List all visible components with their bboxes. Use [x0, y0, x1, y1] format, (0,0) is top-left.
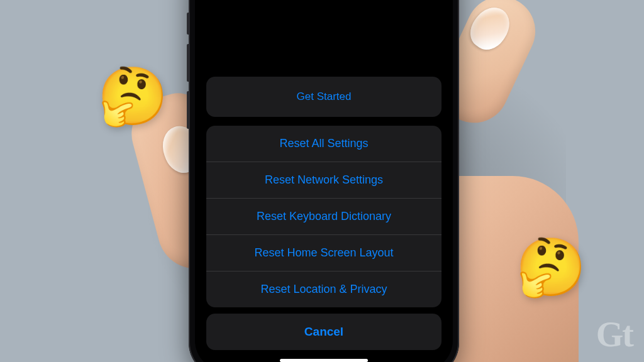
phone-frame: Get Started Reset All Settings Reset Net… [189, 0, 459, 362]
phone-volume-up [187, 44, 189, 82]
top-card: Get Started [206, 77, 441, 117]
reset-action-sheet: Reset All Settings Reset Network Setting… [206, 126, 441, 307]
reset-all-settings-button[interactable]: Reset All Settings [206, 126, 441, 162]
thinking-emoji-right: 🤔 [516, 239, 586, 295]
get-started-button[interactable]: Get Started [206, 90, 441, 103]
reset-network-settings-button[interactable]: Reset Network Settings [206, 162, 441, 199]
reset-home-screen-layout-button[interactable]: Reset Home Screen Layout [206, 235, 441, 272]
home-indicator[interactable] [280, 359, 368, 362]
phone-screen: Get Started Reset All Settings Reset Net… [195, 0, 453, 362]
brand-logo: Gt [596, 314, 633, 354]
cancel-button[interactable]: Cancel [206, 314, 441, 350]
phone-volume-down [187, 91, 189, 129]
reset-location-privacy-button[interactable]: Reset Location & Privacy [206, 272, 441, 307]
thinking-emoji-left: 🤔 [97, 68, 168, 124]
phone-silent-switch [187, 13, 189, 35]
reset-keyboard-dictionary-button[interactable]: Reset Keyboard Dictionary [206, 199, 441, 235]
